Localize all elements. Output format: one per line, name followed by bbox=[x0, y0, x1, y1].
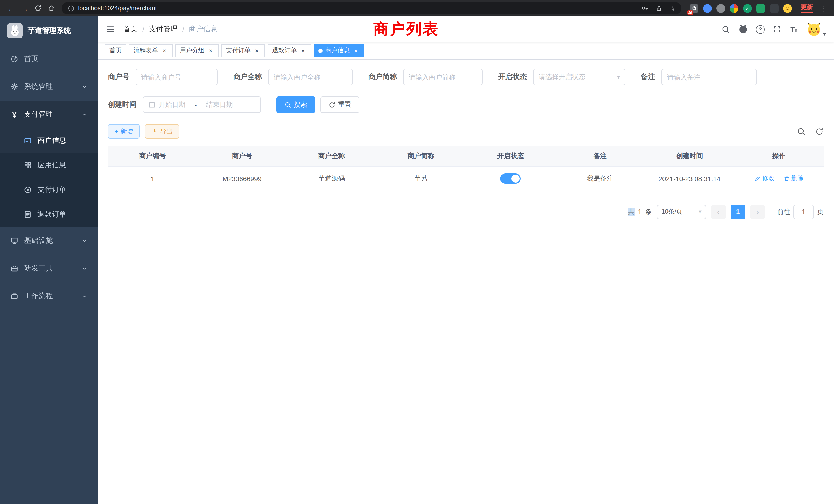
sidebar-subitem-app-info[interactable]: 应用信息 bbox=[0, 153, 97, 178]
tab-label: 支付订单 bbox=[226, 46, 250, 55]
ext-multicolor-icon[interactable] bbox=[730, 4, 739, 13]
remark-field[interactable] bbox=[667, 73, 751, 81]
ext-profile-emoji-icon[interactable] bbox=[783, 4, 792, 13]
breadcrumb-separator: / bbox=[182, 25, 184, 33]
pagination: 共 1 条 10条/页 ▾ ‹ 1 › 前往 页 bbox=[108, 205, 824, 219]
next-page-button[interactable]: › bbox=[750, 205, 765, 219]
cell-full-name: 芋道源码 bbox=[287, 166, 376, 191]
add-button[interactable]: + 新增 bbox=[108, 124, 140, 139]
start-date-placeholder[interactable]: 开始日期 bbox=[159, 100, 185, 109]
page-size-select[interactable]: 10条/页 ▾ bbox=[657, 205, 706, 219]
reset-button[interactable]: 重置 bbox=[321, 96, 359, 113]
fullscreen-icon[interactable] bbox=[773, 25, 781, 33]
sidebar-item-system[interactable]: 系统管理 bbox=[0, 73, 97, 100]
font-size-icon[interactable] bbox=[789, 25, 798, 33]
ext-green-square-icon[interactable] bbox=[756, 4, 765, 13]
document-icon bbox=[24, 210, 32, 219]
filter-label: 商户简称 bbox=[368, 72, 397, 82]
export-button[interactable]: 导出 bbox=[145, 124, 179, 139]
extensions-puzzle-icon[interactable]: 10 bbox=[690, 4, 698, 13]
tab-home[interactable]: 首页 bbox=[105, 44, 126, 57]
tab-process-form[interactable]: 流程表单 × bbox=[129, 44, 173, 57]
status-toggle[interactable] bbox=[500, 174, 521, 184]
merchant-name-input[interactable] bbox=[268, 69, 353, 85]
update-button[interactable]: 更新 bbox=[800, 3, 813, 13]
close-icon[interactable]: × bbox=[352, 47, 359, 54]
ext-green-check-icon[interactable]: ✓ bbox=[743, 4, 752, 13]
filter-label: 开启状态 bbox=[498, 72, 527, 82]
hamburger-icon[interactable] bbox=[106, 25, 115, 34]
merchant-no-input[interactable] bbox=[136, 69, 218, 85]
tab-pay-order[interactable]: 支付订单 × bbox=[221, 44, 265, 57]
short-name-input[interactable] bbox=[403, 69, 483, 85]
password-key-icon[interactable] bbox=[642, 5, 649, 12]
tab-merchant-info[interactable]: 商户信息 × bbox=[314, 44, 364, 57]
sidebar-subitem-pay-order[interactable]: 支付订单 bbox=[0, 178, 97, 202]
user-avatar[interactable]: ▾ bbox=[806, 22, 826, 37]
page-1-button[interactable]: 1 bbox=[731, 205, 745, 219]
filter-short-name: 商户简称 bbox=[368, 69, 483, 85]
sidebar-item-infrastructure[interactable]: 基础设施 bbox=[0, 227, 97, 255]
browser-menu-icon[interactable]: ⋮ bbox=[817, 4, 829, 12]
sidebar-item-dev-tools[interactable]: 研发工具 bbox=[0, 255, 97, 282]
short-name-field[interactable] bbox=[409, 73, 477, 81]
search-button[interactable]: 搜索 bbox=[276, 96, 315, 113]
close-icon[interactable]: × bbox=[300, 47, 307, 54]
help-icon[interactable]: ? bbox=[756, 25, 765, 33]
col-full-name: 商户全称 bbox=[287, 146, 376, 166]
ext-blue-icon[interactable] bbox=[703, 4, 712, 13]
sidebar-item-workflow[interactable]: 工作流程 bbox=[0, 282, 97, 310]
edit-link[interactable]: 修改 bbox=[754, 174, 774, 183]
home-icon[interactable] bbox=[45, 2, 58, 14]
navbar-actions: ? bbox=[722, 22, 826, 37]
date-range-picker[interactable]: 开始日期 - 结束日期 bbox=[143, 96, 261, 113]
forward-icon[interactable]: → bbox=[19, 2, 31, 14]
end-date-placeholder[interactable]: 结束日期 bbox=[206, 100, 233, 109]
chevron-down-icon bbox=[82, 84, 87, 90]
reload-icon[interactable] bbox=[32, 2, 44, 14]
sidebar-subitem-merchant-info[interactable]: 商户信息 bbox=[0, 128, 97, 153]
bookmark-star-icon[interactable]: ☆ bbox=[670, 4, 675, 12]
sidebar-item-home[interactable]: 首页 bbox=[0, 45, 97, 73]
tab-user-group[interactable]: 用户分组 × bbox=[175, 44, 219, 57]
goto-page-input[interactable] bbox=[793, 205, 814, 219]
close-icon[interactable]: × bbox=[207, 47, 214, 54]
status-select[interactable]: 请选择开启状态 ▾ bbox=[533, 69, 626, 85]
address-bar[interactable]: localhost:1024/pay/merchant ☆ bbox=[62, 2, 681, 14]
url-text[interactable]: localhost:1024/pay/merchant bbox=[78, 5, 157, 12]
share-icon[interactable] bbox=[656, 5, 663, 12]
tab-refund-order[interactable]: 退款订单 × bbox=[267, 44, 311, 57]
breadcrumb-home[interactable]: 首页 bbox=[123, 25, 138, 34]
prev-page-button[interactable]: ‹ bbox=[711, 205, 726, 219]
ext-gray-icon[interactable] bbox=[717, 4, 725, 13]
back-icon[interactable]: ← bbox=[5, 2, 18, 14]
ext-pin-icon[interactable] bbox=[770, 4, 778, 13]
search-icon[interactable] bbox=[722, 25, 730, 33]
merchant-no-field[interactable] bbox=[141, 73, 212, 81]
github-icon[interactable] bbox=[739, 25, 748, 34]
sidebar-item-payment[interactable]: ¥ 支付管理 bbox=[0, 100, 97, 128]
filter-merchant-no: 商户号 bbox=[108, 69, 218, 85]
status-placeholder: 请选择开启状态 bbox=[539, 72, 586, 82]
refresh-table-icon[interactable] bbox=[815, 127, 824, 136]
sidebar-logo[interactable]: 芋道管理系统 bbox=[0, 17, 97, 45]
tab-label: 流程表单 bbox=[133, 46, 158, 55]
briefcase-icon bbox=[10, 292, 19, 300]
toggle-search-icon[interactable] bbox=[797, 127, 806, 136]
gear-icon bbox=[10, 83, 19, 91]
address-bar-actions: ☆ bbox=[642, 4, 675, 12]
close-icon[interactable]: × bbox=[253, 47, 260, 54]
sidebar-subitem-refund-order[interactable]: 退款订单 bbox=[0, 202, 97, 227]
breadcrumb-payment[interactable]: 支付管理 bbox=[149, 25, 178, 34]
site-info-icon[interactable] bbox=[68, 5, 74, 12]
merchant-name-field[interactable] bbox=[274, 73, 347, 81]
table-header-row: 商户编号 商户号 商户全称 商户简称 开启状态 备注 创建时间 操作 bbox=[108, 146, 824, 166]
cell-create-time: 2021-10-23 08:31:14 bbox=[645, 166, 734, 191]
remark-input[interactable] bbox=[661, 69, 757, 85]
chevron-down-icon: ▾ bbox=[617, 74, 620, 80]
app-title: 芋道管理系统 bbox=[28, 26, 71, 36]
delete-link[interactable]: 删除 bbox=[784, 174, 804, 183]
filter-label: 商户号 bbox=[108, 72, 129, 82]
breadcrumb: 首页 / 支付管理 / 商户信息 bbox=[123, 25, 218, 34]
close-icon[interactable]: × bbox=[161, 47, 168, 54]
